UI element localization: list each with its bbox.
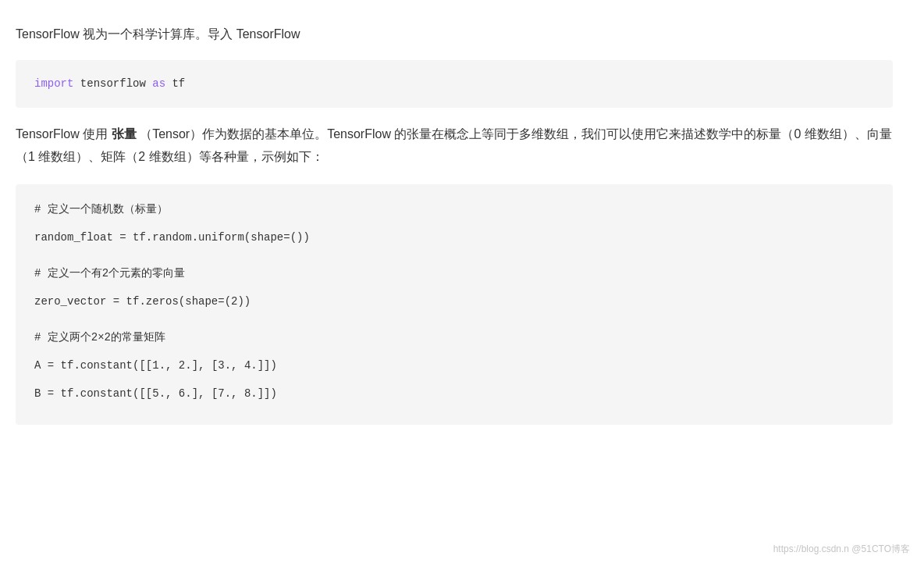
watermark: https://blog.csdn.n @51CTO博客 — [773, 543, 910, 556]
import-code-block: import tensorflow as tf — [16, 60, 893, 108]
code-plain: , — [165, 359, 179, 372]
code-plain: , — [165, 387, 179, 400]
code-comment: # 定义一个有2个元素的零向量 — [34, 262, 874, 284]
code-plain: )) — [237, 295, 251, 308]
intro-text: TensorFlow 视为一个科学计算库。导入 TensorFlow — [16, 23, 893, 45]
code-number: 4. — [244, 359, 258, 372]
code-plain: ], [ — [192, 359, 219, 372]
body-text-before-bold: TensorFlow 使用 — [16, 127, 112, 141]
code-plain: A = tf.constant([[ — [34, 359, 152, 372]
code-number: 1. — [152, 359, 165, 372]
body-text-after-bold: （Tensor）作为数据的基本单位。TensorFlow 的张量在概念上等同于多… — [16, 127, 892, 163]
code-number: 5. — [152, 387, 165, 400]
code-number: 8. — [244, 387, 258, 400]
bold-tensor: 张量 — [112, 127, 137, 141]
code-line: B = tf.constant([[5., 6.], [7., 8.]]) — [34, 383, 874, 404]
multi-code-block: # 定义一个随机数（标量）random_float = tf.random.un… — [16, 184, 893, 425]
code-plain: ], [ — [192, 387, 219, 400]
body-paragraph: TensorFlow 使用 张量 （Tensor）作为数据的基本单位。Tenso… — [16, 123, 893, 169]
code-plain: random_float = tf.random.uniform(shape=(… — [34, 231, 310, 244]
tf-alias: tf — [165, 77, 185, 90]
code-line: zero_vector = tf.zeros(shape=(2)) — [34, 290, 874, 312]
keyword-import: import — [34, 77, 73, 90]
code-comment: # 定义两个2×2的常量矩阵 — [34, 326, 874, 348]
code-plain: zero_vector = tf.zeros(shape=( — [34, 295, 231, 308]
code-line: A = tf.constant([[1., 2.], [3., 4.]]) — [34, 354, 874, 376]
code-plain: , — [231, 359, 244, 372]
tensorflow-name: tensorflow — [73, 77, 152, 90]
code-number: 6. — [179, 387, 192, 400]
code-comment: # 定义一个随机数（标量） — [34, 198, 874, 220]
code-plain: B = tf.constant([[ — [34, 387, 152, 400]
code-plain: ]]) — [258, 387, 277, 400]
code-plain: , — [231, 387, 244, 400]
code-number: 2. — [179, 359, 192, 372]
code-number: 7. — [218, 387, 231, 400]
code-number: 3. — [218, 359, 231, 372]
code-plain: ]]) — [258, 359, 277, 372]
keyword-as: as — [152, 77, 165, 90]
code-line: random_float = tf.random.uniform(shape=(… — [34, 226, 874, 248]
